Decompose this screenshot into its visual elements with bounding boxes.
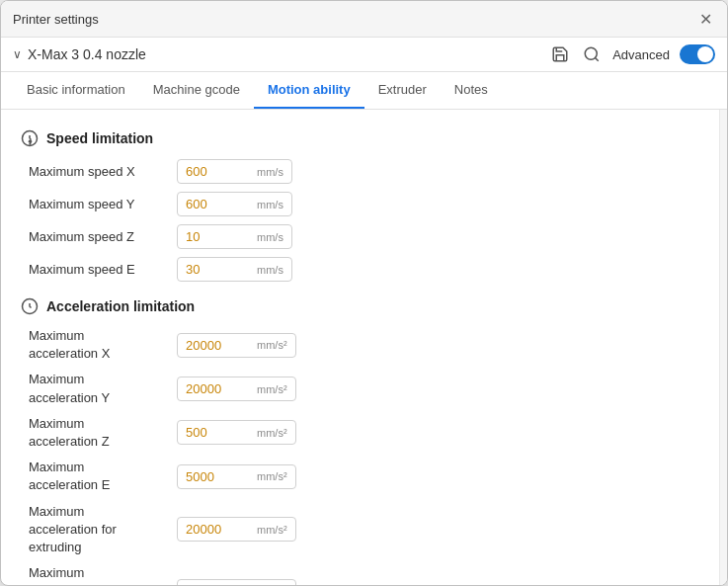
tab-motion-ability[interactable]: Motion ability xyxy=(254,72,364,109)
field-input-wrapper-max-accel-y: mm/s² xyxy=(177,377,296,401)
field-label-max-speed-x: Maximum speed X xyxy=(29,164,177,179)
window-title: Printer settings xyxy=(13,12,99,27)
field-max-speed-y: Maximum speed Y mm/s xyxy=(21,192,699,216)
field-max-accel-y: Maximumacceleration Y mm/s² xyxy=(21,371,699,406)
input-max-accel-retracting[interactable] xyxy=(178,580,257,585)
field-max-speed-z: Maximum speed Z mm/s xyxy=(21,224,699,249)
acceleration-limitation-title: Acceleration limitation xyxy=(46,298,195,314)
advanced-toggle[interactable] xyxy=(680,44,715,64)
field-input-wrapper-max-speed-z: mm/s xyxy=(177,224,292,249)
printer-name: X-Max 3 0.4 nozzle xyxy=(28,46,146,62)
svg-point-0 xyxy=(585,47,597,59)
unit-max-speed-z: mm/s xyxy=(257,227,291,247)
advanced-label: Advanced xyxy=(612,47,670,62)
field-max-accel-e: Maximumacceleration E mm/s² xyxy=(21,459,699,494)
speed-icon: ? xyxy=(21,129,39,147)
field-input-wrapper-max-accel-z: mm/s² xyxy=(177,420,296,445)
field-max-speed-x: Maximum speed X mm/s xyxy=(21,159,699,184)
unit-max-accel-x: mm/s² xyxy=(257,335,295,355)
tab-extruder[interactable]: Extruder xyxy=(364,72,441,109)
unit-max-accel-extruding: mm/s² xyxy=(257,520,295,540)
field-input-wrapper-max-speed-e: mm/s xyxy=(177,257,292,282)
field-label-max-accel-x: Maximumacceleration X xyxy=(29,327,177,363)
input-max-accel-z[interactable] xyxy=(178,421,257,444)
input-max-speed-e[interactable] xyxy=(178,258,257,281)
search-icon[interactable] xyxy=(581,43,603,65)
close-button[interactable]: ✕ xyxy=(695,9,715,29)
scrollbar[interactable] xyxy=(719,110,727,585)
acceleration-limitation-header: Acceleration limitation xyxy=(21,297,699,315)
field-max-accel-extruding: Maximumacceleration forextruding mm/s² xyxy=(21,503,699,557)
input-max-accel-e[interactable] xyxy=(178,465,257,488)
speed-limitation-title: Speed limitation xyxy=(46,130,153,146)
input-max-accel-y[interactable] xyxy=(178,377,257,400)
tab-notes[interactable]: Notes xyxy=(441,72,502,109)
tabs-bar: Basic information Machine gcode Motion a… xyxy=(1,72,727,110)
field-label-max-accel-z: Maximumacceleration Z xyxy=(29,415,177,451)
printer-settings-window: Printer settings ✕ ∨ X-Max 3 0.4 nozzle xyxy=(0,0,728,586)
unit-max-accel-e: mm/s² xyxy=(257,466,295,486)
svg-line-1 xyxy=(596,57,599,60)
unit-max-accel-y: mm/s² xyxy=(257,379,295,399)
main-content: ? Speed limitation Maximum speed X mm/s … xyxy=(1,110,719,585)
input-max-speed-y[interactable] xyxy=(178,193,257,215)
field-input-wrapper-max-accel-e: mm/s² xyxy=(177,464,296,489)
field-input-wrapper-max-speed-x: mm/s xyxy=(177,159,292,184)
unit-max-speed-x: mm/s xyxy=(257,162,291,182)
field-label-max-accel-extruding: Maximumacceleration forextruding xyxy=(29,503,177,557)
printer-actions: Advanced xyxy=(549,43,715,65)
save-icon[interactable] xyxy=(549,43,571,65)
field-input-wrapper-max-speed-y: mm/s xyxy=(177,192,292,216)
svg-text:?: ? xyxy=(29,140,32,145)
field-max-accel-x: Maximumacceleration X mm/s² xyxy=(21,327,699,363)
unit-max-speed-e: mm/s xyxy=(257,260,291,280)
field-input-wrapper-max-accel-extruding: mm/s² xyxy=(177,517,296,542)
field-max-speed-e: Maximum speed E mm/s xyxy=(21,257,699,282)
printer-name-section: ∨ X-Max 3 0.4 nozzle xyxy=(13,46,541,62)
field-label-max-speed-z: Maximum speed Z xyxy=(29,229,177,244)
input-max-accel-x[interactable] xyxy=(178,334,257,357)
chevron-down-icon: ∨ xyxy=(13,47,22,61)
input-max-accel-extruding[interactable] xyxy=(178,518,257,541)
field-max-accel-z: Maximumacceleration Z mm/s² xyxy=(21,415,699,451)
field-label-max-speed-y: Maximum speed Y xyxy=(29,197,177,211)
tab-basic-information[interactable]: Basic information xyxy=(13,72,139,109)
title-bar: Printer settings ✕ xyxy=(1,1,727,38)
field-input-wrapper-max-accel-x: mm/s² xyxy=(177,333,296,358)
printer-bar: ∨ X-Max 3 0.4 nozzle Advanced xyxy=(1,38,727,72)
field-label-max-accel-retracting: Maximumacceleration forretracting xyxy=(29,564,177,585)
unit-max-accel-z: mm/s² xyxy=(257,423,295,443)
content-area: ? Speed limitation Maximum speed X mm/s … xyxy=(1,110,727,585)
field-label-max-speed-e: Maximum speed E xyxy=(29,262,177,277)
field-input-wrapper-max-accel-retracting: mm/s² xyxy=(177,579,296,585)
input-max-speed-z[interactable] xyxy=(178,225,257,248)
field-max-accel-retracting: Maximumacceleration forretracting mm/s² xyxy=(21,564,699,585)
speed-limitation-header: ? Speed limitation xyxy=(21,129,699,147)
unit-max-accel-retracting: mm/s² xyxy=(257,581,295,585)
field-label-max-accel-y: Maximumacceleration Y xyxy=(29,371,177,406)
tab-machine-gcode[interactable]: Machine gcode xyxy=(139,72,254,109)
unit-max-speed-y: mm/s xyxy=(257,195,291,214)
input-max-speed-x[interactable] xyxy=(178,160,257,183)
field-label-max-accel-e: Maximumacceleration E xyxy=(29,459,177,494)
acceleration-icon xyxy=(21,297,39,315)
